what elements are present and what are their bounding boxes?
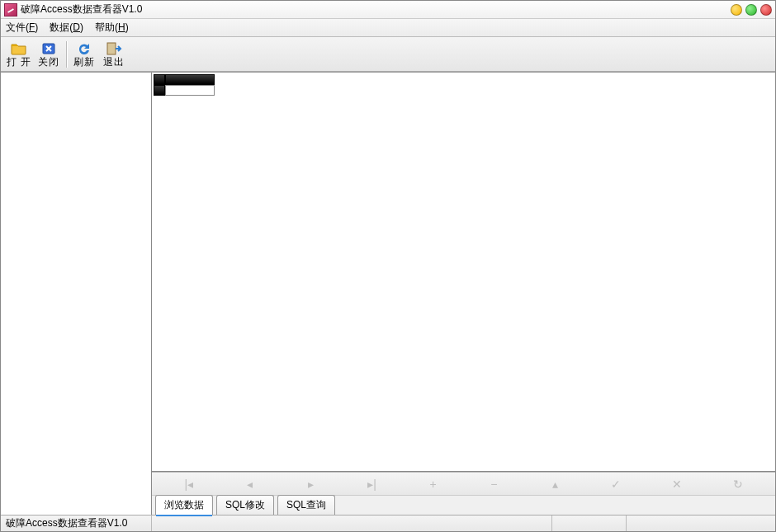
nav-last[interactable]: ▸|	[352, 478, 393, 491]
app-window: 破障Access数据查看器V1.0 文件(F) 数据(D) 帮助(H) 打 开 …	[0, 0, 776, 532]
maximize-button[interactable]	[745, 4, 757, 16]
status-cell-4	[627, 516, 775, 531]
svg-rect-1	[107, 43, 116, 54]
window-controls	[731, 4, 772, 16]
data-grid[interactable]	[152, 73, 775, 472]
status-cell-3	[552, 516, 627, 531]
exit-icon	[106, 41, 122, 56]
navigator-bar: |◂ ◂ ▸ ▸| + − ▴ ✓ ✕ ↻	[152, 472, 775, 495]
nav-edit[interactable]: ▴	[534, 478, 575, 491]
nav-next[interactable]: ▸	[291, 478, 332, 491]
grid-cell[interactable]	[165, 85, 215, 96]
toolbar-separator	[66, 41, 67, 68]
close-button[interactable]	[760, 4, 772, 16]
content-body: |◂ ◂ ▸ ▸| + − ▴ ✓ ✕ ↻ 浏览数据 SQL修改 SQL查询	[1, 72, 775, 515]
exit-button[interactable]: 退出	[99, 39, 129, 70]
open-button[interactable]: 打 开	[4, 39, 34, 70]
open-folder-icon	[11, 41, 27, 56]
tab-bar: 浏览数据 SQL修改 SQL查询	[152, 495, 775, 515]
main-panel: |◂ ◂ ▸ ▸| + − ▴ ✓ ✕ ↻ 浏览数据 SQL修改 SQL查询	[152, 73, 775, 515]
nav-prev[interactable]: ◂	[229, 478, 271, 491]
window-title: 破障Access数据查看器V1.0	[21, 2, 731, 16]
minimize-button[interactable]	[731, 4, 742, 16]
nav-refresh[interactable]: ↻	[717, 478, 759, 491]
grid-corner[interactable]	[154, 74, 165, 85]
menu-help[interactable]: 帮助(H)	[95, 21, 129, 35]
statusbar: 破障Access数据查看器V1.0	[1, 515, 775, 531]
grid-empty	[154, 74, 774, 96]
tree-panel[interactable]	[1, 73, 152, 515]
status-cell-2	[152, 516, 552, 531]
titlebar: 破障Access数据查看器V1.0	[1, 1, 775, 19]
refresh-button[interactable]: 刷新	[69, 39, 99, 70]
grid-row-header[interactable]	[154, 85, 165, 96]
nav-remove[interactable]: −	[473, 478, 514, 491]
nav-post[interactable]: ✓	[595, 478, 636, 491]
nav-add[interactable]: +	[413, 478, 454, 491]
tab-sql-edit[interactable]: SQL修改	[216, 495, 274, 515]
refresh-icon	[76, 41, 92, 56]
menubar: 文件(F) 数据(D) 帮助(H)	[1, 19, 775, 37]
grid-header-col[interactable]	[165, 74, 215, 85]
tab-browse-data[interactable]: 浏览数据	[155, 495, 213, 515]
menu-file[interactable]: 文件(F)	[6, 21, 38, 35]
menu-data[interactable]: 数据(D)	[50, 21, 83, 35]
nav-first[interactable]: |◂	[168, 478, 210, 491]
toolbar: 打 开 关闭 刷新 退出	[1, 37, 775, 72]
app-icon	[4, 3, 17, 16]
close-folder-icon	[40, 41, 57, 56]
close-file-button[interactable]: 关闭	[34, 39, 64, 70]
tab-sql-query[interactable]: SQL查询	[277, 495, 335, 515]
nav-cancel[interactable]: ✕	[656, 478, 698, 491]
status-text: 破障Access数据查看器V1.0	[1, 516, 152, 531]
